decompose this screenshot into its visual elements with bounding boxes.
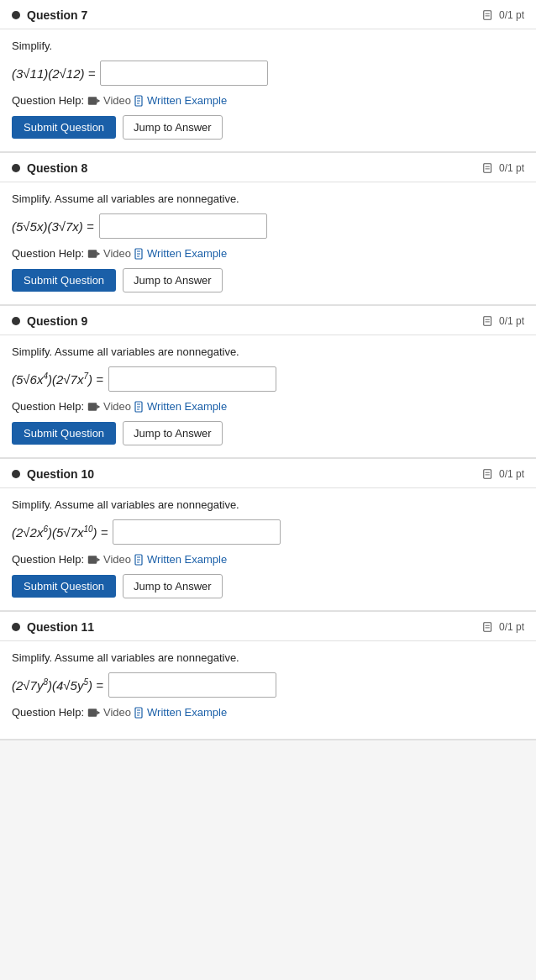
question-9-meta: 0/1 pt — [482, 315, 524, 327]
question-8-body: Simplify. Assume all variables are nonne… — [0, 182, 536, 304]
svg-marker-31 — [97, 557, 100, 561]
jump-btn-q10[interactable]: Jump to Answer — [123, 574, 223, 598]
question-9-btn-row: Submit Question Jump to Answer — [12, 421, 524, 445]
edit-icon-q9 — [482, 315, 494, 327]
question-7-math-row: (3√11)(2√12) = — [12, 61, 524, 86]
svg-marker-13 — [97, 251, 100, 256]
question-8-input[interactable] — [99, 213, 267, 239]
video-icon-q10 — [87, 555, 101, 565]
question-8-instruction: Simplify. Assume all variables are nonne… — [12, 192, 524, 205]
question-11-instruction: Simplify. Assume all variables are nonne… — [12, 651, 524, 664]
question-9-math-row: (5√6x4)(2√7x7) = — [12, 366, 524, 392]
jump-btn-q7[interactable]: Jump to Answer — [123, 115, 223, 140]
bullet-icon-q9 — [12, 317, 20, 325]
question-9: Question 9 0/1 pt Simplify. Assume all v… — [0, 306, 536, 459]
question-8-meta: 0/1 pt — [482, 162, 524, 174]
question-9-help-label: Question Help: — [12, 400, 84, 413]
question-7-btn-row: Submit Question Jump to Answer — [12, 115, 524, 140]
question-10: Question 10 0/1 pt Simplify. Assume all … — [0, 459, 536, 612]
question-8-label: Question 8 — [27, 161, 87, 175]
question-7-header: Question 7 0/1 pt — [0, 0, 536, 29]
submit-btn-q9[interactable]: Submit Question — [12, 422, 116, 445]
question-7-title: Question 7 — [12, 8, 87, 22]
svg-marker-22 — [97, 404, 100, 408]
question-11: Question 11 0/1 pt Simplify. Assume all … — [0, 612, 536, 740]
question-7-instruction: Simplify. — [12, 40, 524, 52]
edit-icon — [482, 9, 494, 21]
question-9-instruction: Simplify. Assume all variables are nonne… — [12, 345, 524, 358]
jump-btn-q9[interactable]: Jump to Answer — [123, 421, 223, 445]
video-link-q8[interactable]: Video — [87, 247, 131, 260]
svg-rect-0 — [484, 11, 491, 20]
question-10-label: Question 10 — [27, 467, 94, 481]
question-10-input[interactable] — [113, 519, 281, 545]
question-10-btn-row: Submit Question Jump to Answer — [12, 574, 524, 598]
submit-btn-q8[interactable]: Submit Question — [12, 269, 116, 292]
question-9-label: Question 9 — [27, 314, 87, 328]
question-10-expr: (2√2x6)(5√7x10) = — [12, 524, 108, 540]
question-10-title: Question 10 — [12, 467, 94, 481]
jump-btn-q8[interactable]: Jump to Answer — [123, 268, 223, 292]
video-icon — [87, 96, 101, 106]
svg-marker-40 — [97, 710, 100, 714]
video-link-q9[interactable]: Video — [87, 400, 131, 413]
edit-icon-q8 — [482, 162, 494, 174]
question-9-expr: (5√6x4)(2√7x7) = — [12, 371, 103, 387]
svg-rect-18 — [484, 317, 491, 326]
svg-rect-21 — [88, 403, 97, 411]
video-link-q10[interactable]: Video — [87, 553, 131, 566]
question-11-input[interactable] — [108, 672, 276, 698]
svg-rect-3 — [88, 97, 97, 105]
question-10-math-row: (2√2x6)(5√7x10) = — [12, 519, 524, 545]
video-link-q7[interactable]: Video — [87, 94, 131, 107]
written-link-q8[interactable]: Written Example — [134, 247, 227, 260]
svg-rect-27 — [484, 470, 491, 479]
written-link-q9[interactable]: Written Example — [134, 400, 227, 413]
question-10-help: Question Help: Video Written Example — [12, 553, 524, 566]
svg-marker-4 — [97, 98, 100, 103]
question-11-header: Question 11 0/1 pt — [0, 612, 536, 641]
question-10-instruction: Simplify. Assume all variables are nonne… — [12, 498, 524, 511]
submit-btn-q7[interactable]: Submit Question — [12, 116, 116, 139]
question-8-help: Question Help: Video Written Example — [12, 247, 524, 260]
question-9-title: Question 9 — [12, 314, 87, 328]
question-7-expr: (3√11)(2√12) = — [12, 66, 95, 81]
video-icon-q11 — [87, 708, 101, 718]
question-7-input[interactable] — [100, 61, 268, 86]
svg-rect-39 — [88, 709, 97, 717]
question-8: Question 8 0/1 pt Simplify. Assume all v… — [0, 153, 536, 306]
question-10-meta: 0/1 pt — [482, 468, 524, 480]
submit-btn-q10[interactable]: Submit Question — [12, 575, 116, 598]
question-7-help: Question Help: Video Written Example — [12, 94, 524, 107]
question-9-help: Question Help: Video Written Example — [12, 400, 524, 413]
svg-rect-12 — [88, 250, 97, 258]
video-icon-q9 — [87, 402, 101, 412]
question-7-body: Simplify. (3√11)(2√12) = Question Help: … — [0, 29, 536, 151]
question-8-points: 0/1 pt — [499, 162, 524, 174]
question-11-title: Question 11 — [12, 620, 94, 634]
bullet-icon-q11 — [12, 623, 20, 631]
question-9-header: Question 9 0/1 pt — [0, 306, 536, 335]
written-link-q10[interactable]: Written Example — [134, 553, 227, 566]
question-10-points: 0/1 pt — [499, 468, 524, 480]
question-8-header: Question 8 0/1 pt — [0, 153, 536, 182]
edit-icon-q11 — [482, 621, 494, 633]
document-icon-q9 — [134, 401, 145, 413]
question-10-body: Simplify. Assume all variables are nonne… — [0, 488, 536, 610]
video-link-q11[interactable]: Video — [87, 706, 131, 719]
written-link-q7[interactable]: Written Example — [134, 94, 227, 107]
bullet-icon-q8 — [12, 164, 20, 172]
edit-icon-q10 — [482, 468, 494, 480]
question-8-title: Question 8 — [12, 161, 87, 175]
svg-rect-30 — [88, 556, 97, 564]
question-8-expr: (5√5x)(3√7x) = — [12, 219, 94, 234]
question-7: Question 7 0/1 pt Simplify. (3√11)(2√12)… — [0, 0, 536, 153]
question-11-help: Question Help: Video Written Example — [12, 706, 524, 719]
bullet-icon — [12, 11, 20, 19]
question-9-input[interactable] — [108, 366, 276, 392]
document-icon-q11 — [134, 707, 145, 719]
question-10-help-label: Question Help: — [12, 553, 84, 566]
question-7-points: 0/1 pt — [499, 9, 524, 21]
document-icon-q10 — [134, 554, 145, 566]
written-link-q11[interactable]: Written Example — [134, 706, 227, 719]
